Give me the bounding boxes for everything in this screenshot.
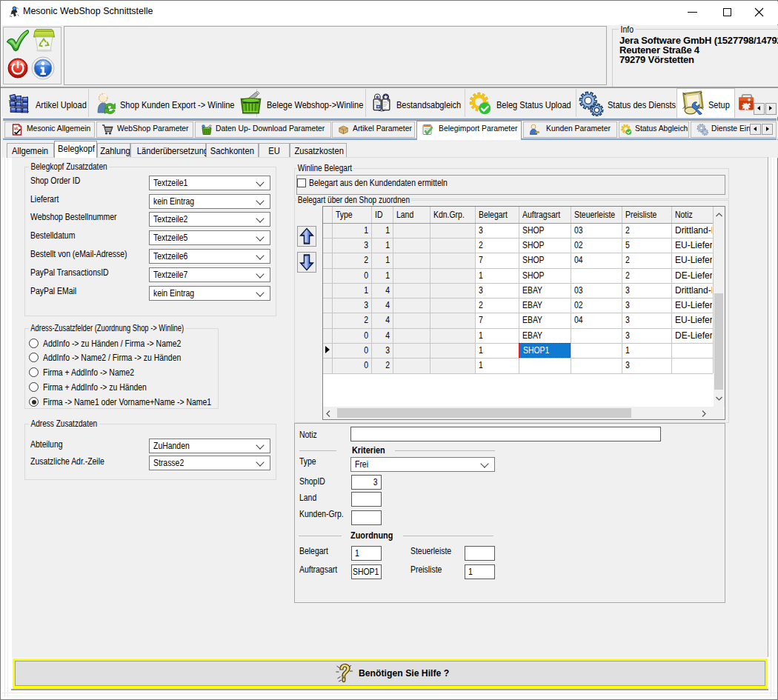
- svg-text:uL: uL: [14, 126, 19, 130]
